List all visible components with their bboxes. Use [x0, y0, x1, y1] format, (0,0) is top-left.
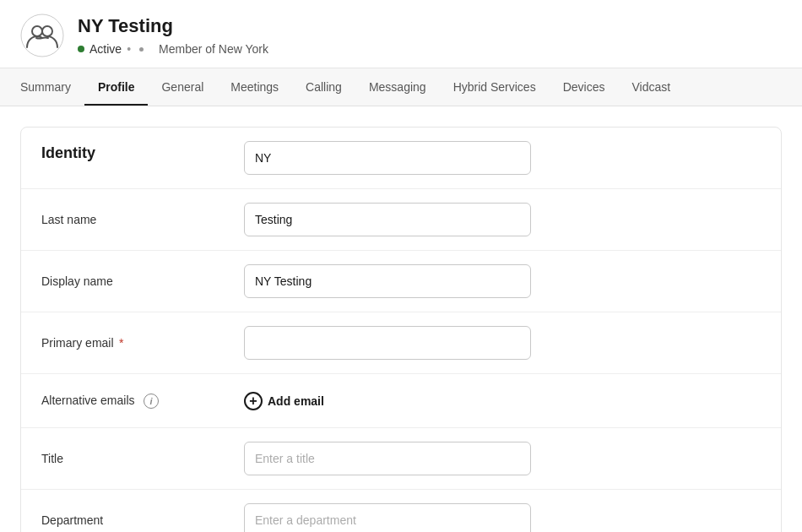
- display-name-label-col: Display name: [41, 274, 244, 289]
- primary-email-label-col: Primary email *: [41, 335, 244, 350]
- department-label: Department: [41, 513, 103, 527]
- primary-email-label: Primary email: [41, 336, 114, 350]
- meta-separator: •: [127, 42, 131, 56]
- main-content: Identity Last name Display name: [0, 106, 802, 532]
- plus-circle-icon: +: [244, 392, 263, 410]
- svg-point-2: [42, 26, 52, 36]
- header-info: NY Testing Active • Member of New York: [78, 15, 782, 56]
- tabs-nav: Summary Profile General Meetings Calling…: [20, 68, 782, 106]
- tab-devices[interactable]: Devices: [550, 68, 619, 106]
- identity-section: Identity Last name Display name: [20, 127, 782, 532]
- primary-email-input[interactable]: [244, 326, 531, 360]
- title-label: Title: [41, 452, 63, 465]
- tab-general[interactable]: General: [148, 68, 217, 106]
- header-meta: Active • Member of New York: [78, 42, 782, 56]
- tab-vidcast[interactable]: Vidcast: [618, 68, 684, 106]
- alt-emails-label-col: Alternative emails i: [41, 393, 244, 409]
- department-label-col: Department: [41, 513, 244, 528]
- first-name-input-col: [244, 141, 761, 175]
- last-name-input[interactable]: [244, 203, 531, 236]
- required-star-icon: *: [119, 336, 123, 350]
- tabs-container: Summary Profile General Meetings Calling…: [0, 68, 802, 106]
- tab-hybrid-services[interactable]: Hybrid Services: [440, 68, 550, 106]
- form-row-display-name: Display name: [21, 251, 781, 312]
- form-row-alternative-emails: Alternative emails i + Add email: [21, 374, 781, 428]
- tab-meetings[interactable]: Meetings: [217, 68, 292, 106]
- tab-calling[interactable]: Calling: [292, 68, 355, 106]
- last-name-label: Last name: [41, 213, 96, 226]
- alt-emails-info-icon[interactable]: i: [144, 394, 159, 409]
- status-dot-icon: [78, 46, 84, 52]
- title-input[interactable]: [244, 442, 531, 475]
- department-input[interactable]: [244, 503, 531, 532]
- form-row-primary-email: Primary email *: [21, 312, 781, 374]
- form-row-department: Department: [21, 490, 781, 532]
- page-header: NY Testing Active • Member of New York: [0, 0, 802, 68]
- form-row-title: Title: [21, 428, 781, 490]
- member-dot-icon: [139, 47, 144, 52]
- page-title: NY Testing: [78, 15, 782, 37]
- svg-point-0: [21, 14, 63, 57]
- svg-point-1: [32, 26, 42, 36]
- identity-section-title: Identity: [41, 141, 244, 162]
- department-input-col: [244, 503, 761, 532]
- tab-summary[interactable]: Summary: [20, 68, 84, 106]
- form-row-last-name: Last name: [21, 189, 781, 251]
- last-name-input-col: [244, 203, 761, 236]
- tab-messaging[interactable]: Messaging: [355, 68, 440, 106]
- alt-emails-label: Alternative emails: [41, 394, 135, 407]
- primary-email-input-col: [244, 326, 761, 360]
- status-label: Active: [89, 42, 122, 56]
- user-avatar-icon: [20, 14, 64, 57]
- last-name-label-col: Last name: [41, 212, 244, 227]
- title-label-col: Title: [41, 451, 244, 466]
- form-row-first-name: Identity: [21, 128, 781, 189]
- display-name-input[interactable]: [244, 264, 531, 298]
- first-name-input[interactable]: [244, 141, 531, 175]
- tab-profile[interactable]: Profile: [84, 68, 149, 106]
- display-name-label: Display name: [41, 274, 113, 288]
- display-name-input-col: [244, 264, 761, 298]
- member-label: Member of New York: [159, 42, 268, 56]
- title-input-col: [244, 442, 761, 475]
- add-email-button[interactable]: + Add email: [244, 392, 324, 410]
- add-email-label: Add email: [268, 394, 324, 408]
- alt-emails-input-col: + Add email: [244, 392, 761, 410]
